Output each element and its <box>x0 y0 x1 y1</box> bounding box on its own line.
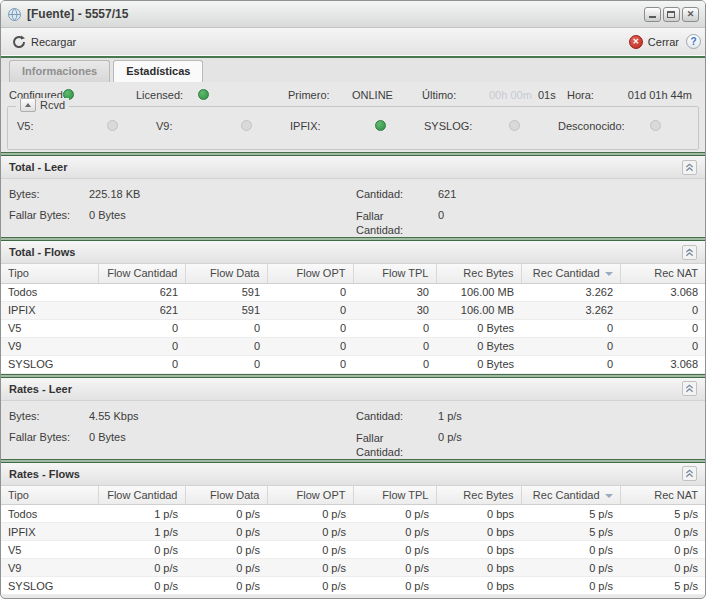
table-row[interactable]: SYSLOG00000 Bytes03.068 <box>1 355 705 373</box>
close-window-button[interactable]: ✕ Cerrar <box>622 32 686 52</box>
column-header-flow-opt[interactable]: Flow OPT <box>267 486 353 505</box>
table-row[interactable]: IPFIX621591030106.00 MB3.2620 <box>1 301 705 319</box>
table-cell: 106.00 MB <box>436 283 521 301</box>
field-label: Fallar Cantidad: <box>356 209 418 237</box>
hora-label: Hora: <box>567 89 594 101</box>
v5-label: V5: <box>17 120 34 132</box>
table-cell: 0 p/s <box>620 523 705 541</box>
table-row[interactable]: V900000 Bytes00 <box>1 337 705 355</box>
collapse-panel-icon[interactable] <box>682 466 697 481</box>
column-header-rec-cantidad[interactable]: Rec Cantidad <box>521 486 620 505</box>
table-cell: 0 <box>353 355 436 373</box>
ipfix-status-dot <box>375 120 386 131</box>
field-label: Fallar Cantidad: <box>356 431 418 459</box>
table-cell: 621 <box>98 283 185 301</box>
ultimo-value: 01s <box>538 89 556 101</box>
close-red-icon: ✕ <box>629 35 643 49</box>
table-cell: 0 p/s <box>98 559 185 577</box>
column-header-flow-data[interactable]: Flow Data <box>185 264 267 283</box>
table-cell: 0 <box>185 319 267 337</box>
column-header-rec-bytes[interactable]: Rec Bytes <box>436 486 521 505</box>
table-row[interactable]: V90 p/s0 p/s0 p/s0 p/s0 bps0 p/s0 p/s <box>1 559 705 577</box>
table-row[interactable]: Todos621591030106.00 MB3.2623.068 <box>1 283 705 301</box>
table-row[interactable]: IPFIX1 p/s0 p/s0 p/s0 p/s0 bps5 p/s0 p/s <box>1 523 705 541</box>
ipfix-label: IPFIX: <box>290 120 321 132</box>
column-header-tipo[interactable]: Tipo <box>1 486 98 505</box>
table-row[interactable]: V500000 Bytes00 <box>1 319 705 337</box>
table-cell: V5 <box>1 541 98 559</box>
table-cell: 0 p/s <box>267 541 353 559</box>
close-icon[interactable]: ✕ <box>682 7 699 22</box>
column-header-flow-tpl[interactable]: Flow TPL <box>353 264 436 283</box>
table-cell: 3.068 <box>620 355 705 373</box>
total-leer-header: Total - Leer <box>1 156 705 179</box>
table-cell: 0 p/s <box>267 577 353 595</box>
minimize-icon[interactable] <box>644 7 661 22</box>
sort-desc-icon <box>605 272 613 276</box>
field-value: 225.18 KB <box>89 188 140 200</box>
table-row[interactable]: Todos1 p/s0 p/s0 p/s0 p/s0 bps5 p/s5 p/s <box>1 505 705 523</box>
column-header-rec-bytes[interactable]: Rec Bytes <box>436 264 521 283</box>
table-cell: IPFIX <box>1 523 98 541</box>
table-cell: 0 <box>521 355 620 373</box>
table-row[interactable]: SYSLOG0 p/s0 p/s0 p/s0 p/s0 bps0 p/s5 p/… <box>1 577 705 595</box>
field-label: Cantidad: <box>356 410 403 422</box>
help-button[interactable]: ? <box>686 34 701 49</box>
column-header-flow-opt[interactable]: Flow OPT <box>267 264 353 283</box>
rates-leer-header: Rates - Leer <box>1 378 705 401</box>
table-cell: V9 <box>1 559 98 577</box>
table-cell: 0 bps <box>436 559 521 577</box>
reload-label: Recargar <box>31 36 76 48</box>
window-controls: ✕ <box>644 7 699 22</box>
table-cell: 0 <box>353 337 436 355</box>
table-cell: 0 p/s <box>98 577 185 595</box>
column-header-flow-data[interactable]: Flow Data <box>185 486 267 505</box>
table-cell: 0 p/s <box>521 559 620 577</box>
table-cell: 0 <box>521 337 620 355</box>
close-label: Cerrar <box>648 36 679 48</box>
field-value: 0 <box>438 209 444 221</box>
table-cell: 0 p/s <box>521 541 620 559</box>
table-cell: 0 p/s <box>185 505 267 523</box>
collapse-fieldset-icon[interactable] <box>20 98 36 112</box>
column-header-rec-cantidad[interactable]: Rec Cantidad <box>521 264 620 283</box>
column-header-rec-nat[interactable]: Rec NAT <box>620 264 705 283</box>
table-cell: 0 <box>620 319 705 337</box>
column-header-flow-tpl[interactable]: Flow TPL <box>353 486 436 505</box>
licensed-label: Licensed: <box>136 89 183 101</box>
reload-button[interactable]: Recargar <box>5 32 83 52</box>
table-cell: 0 p/s <box>267 505 353 523</box>
tab-informaciones[interactable]: Informaciones <box>9 60 110 82</box>
collapse-panel-icon[interactable] <box>682 160 697 175</box>
column-header-flow-cantidad[interactable]: Flow Cantidad <box>98 486 185 505</box>
table-cell: 0 p/s <box>98 541 185 559</box>
table-cell: SYSLOG <box>1 355 98 373</box>
table-row[interactable]: V50 p/s0 p/s0 p/s0 p/s0 bps0 p/s0 p/s <box>1 541 705 559</box>
table-cell: 0 bps <box>436 577 521 595</box>
table-cell: 106.00 MB <box>436 301 521 319</box>
table-cell: 0 <box>98 337 185 355</box>
table-cell: 1 p/s <box>98 505 185 523</box>
maximize-icon[interactable] <box>663 7 680 22</box>
table-cell: 3.262 <box>521 301 620 319</box>
ultimo-muted-value: 00h 00m <box>489 89 532 101</box>
column-header-rec-nat[interactable]: Rec NAT <box>620 486 705 505</box>
rcvd-fieldset: Rcvd V5: V9: IPFIX: SYSLOG: Desconocido: <box>7 106 699 150</box>
titlebar: [Fuente] - 5557/15 ✕ <box>1 1 705 28</box>
column-header-flow-cantidad[interactable]: Flow Cantidad <box>98 264 185 283</box>
window-title: [Fuente] - 5557/15 <box>27 7 639 21</box>
table-cell: 0 <box>185 355 267 373</box>
collapse-panel-icon[interactable] <box>682 381 697 396</box>
table-cell: 0 p/s <box>267 559 353 577</box>
table-cell: 591 <box>185 301 267 319</box>
collapse-panel-icon[interactable] <box>682 245 697 260</box>
table-cell: 5 p/s <box>620 577 705 595</box>
refresh-icon <box>12 35 26 49</box>
column-header-tipo[interactable]: Tipo <box>1 264 98 283</box>
rates-leer-title: Rates - Leer <box>9 383 72 395</box>
table-cell: 0 p/s <box>185 577 267 595</box>
tab-estadisticas[interactable]: Estadísticas <box>113 60 203 82</box>
table-cell: 591 <box>185 283 267 301</box>
toolbar: Recargar ✕ Cerrar ? <box>1 28 705 55</box>
table-cell: 0 p/s <box>353 523 436 541</box>
